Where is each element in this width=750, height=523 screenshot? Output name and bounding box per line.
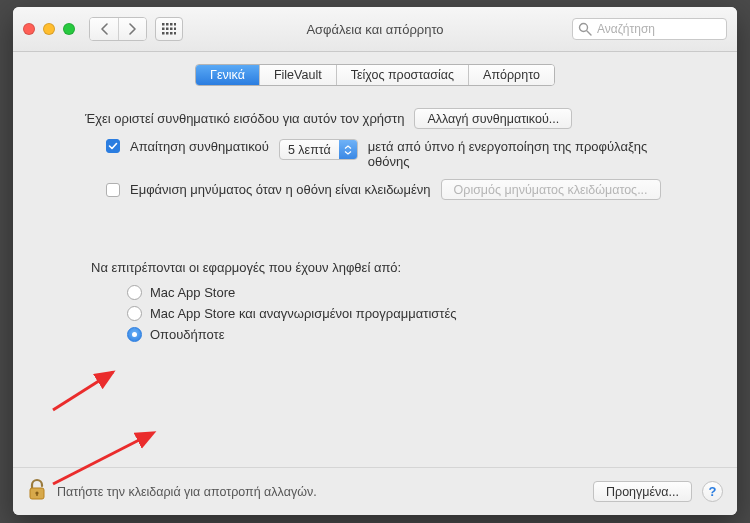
- tab-filevault[interactable]: FileVault: [259, 65, 336, 85]
- close-window-button[interactable]: [23, 23, 35, 35]
- help-button[interactable]: ?: [702, 481, 723, 502]
- traffic-lights: [23, 23, 75, 35]
- search-input[interactable]: [572, 18, 727, 40]
- allow-apps-heading: Να επιτρέπονται οι εφαρμογές που έχουν λ…: [91, 260, 707, 275]
- search-icon: [578, 22, 592, 36]
- change-password-button[interactable]: Αλλαγή συνθηματικού...: [414, 108, 572, 129]
- svg-rect-8: [162, 32, 165, 35]
- search-field-wrap: [572, 18, 727, 40]
- svg-rect-11: [174, 32, 176, 35]
- nav-back-button[interactable]: [90, 18, 118, 40]
- radio-app-store[interactable]: [127, 285, 142, 300]
- advanced-button[interactable]: Προηγμένα...: [593, 481, 692, 502]
- svg-rect-1: [166, 23, 169, 26]
- show-all-button[interactable]: [155, 17, 183, 41]
- tabs-row: Γενικά FileVault Τείχος προστασίας Απόρρ…: [13, 64, 737, 86]
- titlebar: Ασφάλεια και απόρρητο: [13, 7, 737, 52]
- radio-anywhere-label: Οπουδήποτε: [150, 327, 224, 342]
- lock-area: Πατήστε την κλειδαριά για αποτροπή αλλαγ…: [27, 478, 317, 505]
- tab-firewall[interactable]: Τείχος προστασίας: [336, 65, 468, 85]
- svg-rect-7: [174, 28, 176, 31]
- svg-line-13: [587, 31, 591, 35]
- nav-back-forward: [89, 17, 147, 41]
- svg-rect-9: [166, 32, 169, 35]
- svg-rect-0: [162, 23, 165, 26]
- allow-apps-section: Να επιτρέπονται οι εφαρμογές που έχουν λ…: [13, 260, 737, 342]
- select-value: 5 λεπτά: [280, 143, 339, 157]
- require-password-label: Απαίτηση συνθηματικού: [130, 139, 269, 154]
- zoom-window-button[interactable]: [63, 23, 75, 35]
- footer-bar: Πατήστε την κλειδαριά για αποτροπή αλλαγ…: [13, 467, 737, 515]
- annotation-arrow-1: [47, 366, 127, 419]
- svg-rect-5: [166, 28, 169, 31]
- svg-rect-18: [36, 493, 37, 496]
- lock-icon[interactable]: [27, 478, 47, 505]
- radio-app-store-label: Mac App Store: [150, 285, 235, 300]
- select-arrows-icon: [339, 140, 357, 159]
- radio-anywhere[interactable]: [127, 327, 142, 342]
- after-sleep-label: μετά από ύπνο ή ενεργοποίηση της προφύλα…: [368, 139, 648, 169]
- svg-point-12: [580, 24, 588, 32]
- password-set-label: Έχει οριστεί συνθηματικό εισόδου για αυτ…: [85, 111, 404, 126]
- radio-app-store-identified[interactable]: [127, 306, 142, 321]
- svg-line-14: [53, 372, 113, 410]
- allow-apps-radio-group: Mac App Store Mac App Store και αναγνωρι…: [127, 285, 707, 342]
- svg-rect-10: [170, 32, 173, 35]
- password-section: Έχει οριστεί συνθηματικό εισόδου για αυτ…: [13, 108, 737, 200]
- radio-app-store-identified-label: Mac App Store και αναγνωρισμένοι προγραμ…: [150, 306, 456, 321]
- svg-rect-3: [174, 23, 176, 26]
- require-password-delay-select[interactable]: 5 λεπτά: [279, 139, 358, 160]
- lock-text: Πατήστε την κλειδαριά για αποτροπή αλλαγ…: [57, 485, 317, 499]
- show-lock-message-checkbox[interactable]: [106, 183, 120, 197]
- svg-rect-2: [170, 23, 173, 26]
- show-lock-message-label: Εμφάνιση μηνύματος όταν η οθόνη είναι κλ…: [130, 182, 431, 197]
- require-password-checkbox[interactable]: [106, 139, 120, 153]
- set-lock-message-button[interactable]: Ορισμός μηνύματος κλειδώματος...: [441, 179, 661, 200]
- preferences-window: Ασφάλεια και απόρρητο Γενικά FileVault Τ…: [13, 7, 737, 515]
- tab-segmented-control: Γενικά FileVault Τείχος προστασίας Απόρρ…: [195, 64, 555, 86]
- tab-privacy[interactable]: Απόρρητο: [468, 65, 554, 85]
- content-area: Γενικά FileVault Τείχος προστασίας Απόρρ…: [13, 52, 737, 467]
- nav-forward-button[interactable]: [118, 18, 146, 40]
- svg-rect-4: [162, 28, 165, 31]
- minimize-window-button[interactable]: [43, 23, 55, 35]
- svg-rect-6: [170, 28, 173, 31]
- tab-general[interactable]: Γενικά: [196, 65, 259, 85]
